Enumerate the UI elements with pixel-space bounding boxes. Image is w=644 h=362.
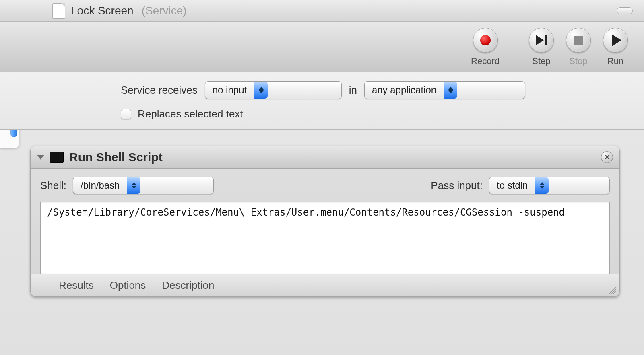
workflow-canvas: Run Shell Script ✕ Shell: /bin/bash Pass… bbox=[0, 130, 644, 355]
shell-value: /bin/bash bbox=[73, 180, 127, 191]
action-title: Run Shell Script bbox=[69, 150, 163, 164]
script-textarea[interactable]: /System/Library/CoreServices/Menu\ Extra… bbox=[40, 202, 610, 274]
application-value: any application bbox=[365, 84, 444, 96]
chevron-updown-icon bbox=[254, 82, 268, 99]
action-body: Shell: /bin/bash Pass input: to stdin /S… bbox=[31, 169, 619, 274]
record-icon bbox=[480, 35, 491, 45]
play-icon bbox=[612, 34, 621, 46]
pass-input-select[interactable]: to stdin bbox=[489, 177, 610, 194]
service-receives-label: Service receives bbox=[121, 84, 198, 97]
record-label: Record bbox=[471, 56, 500, 66]
chevron-updown-icon bbox=[444, 82, 457, 99]
document-kind: (Service) bbox=[142, 4, 187, 17]
step-icon bbox=[536, 35, 547, 45]
chevron-updown-icon bbox=[127, 177, 140, 194]
in-label: in bbox=[349, 84, 357, 97]
tab-options[interactable]: Options bbox=[110, 279, 146, 292]
document-icon bbox=[52, 3, 65, 19]
replaces-selected-checkbox[interactable] bbox=[121, 109, 131, 119]
record-button[interactable]: Record bbox=[471, 28, 500, 66]
input-type-value: no input bbox=[205, 84, 254, 96]
run-shell-script-action: Run Shell Script ✕ Shell: /bin/bash Pass… bbox=[30, 146, 620, 297]
service-config-bar: Service receives no input in any applica… bbox=[0, 72, 644, 130]
disclosure-triangle-icon[interactable] bbox=[37, 155, 44, 160]
shell-label: Shell: bbox=[40, 179, 66, 192]
application-select[interactable]: any application bbox=[364, 81, 525, 99]
close-icon: ✕ bbox=[604, 153, 610, 162]
resize-grip-icon[interactable] bbox=[607, 284, 616, 294]
run-button[interactable]: Run bbox=[603, 28, 628, 66]
tab-description[interactable]: Description bbox=[162, 279, 214, 292]
toolbar: Record Step Stop Run bbox=[0, 22, 644, 72]
run-label: Run bbox=[607, 56, 623, 66]
pass-input-label: Pass input: bbox=[431, 179, 483, 192]
pass-input-value: to stdin bbox=[489, 180, 535, 191]
stop-label: Stop bbox=[569, 56, 587, 66]
document-title: Lock Screen bbox=[71, 4, 134, 17]
shell-select[interactable]: /bin/bash bbox=[73, 177, 214, 194]
window-titlebar: Lock Screen (Service) bbox=[0, 0, 644, 22]
action-footer: Results Options Description bbox=[31, 274, 619, 296]
tab-results[interactable]: Results bbox=[59, 279, 94, 292]
toolbar-separator bbox=[514, 31, 514, 63]
input-type-select[interactable]: no input bbox=[205, 81, 342, 99]
step-label: Step bbox=[532, 56, 550, 66]
remove-action-button[interactable]: ✕ bbox=[601, 151, 613, 163]
terminal-icon bbox=[50, 152, 64, 163]
toolbar-pill-button[interactable] bbox=[617, 7, 633, 14]
step-button[interactable]: Step bbox=[529, 28, 554, 66]
replaces-selected-label: Replaces selected text bbox=[138, 108, 243, 120]
stop-button[interactable]: Stop bbox=[566, 28, 591, 66]
action-header[interactable]: Run Shell Script ✕ bbox=[31, 146, 619, 169]
stop-icon bbox=[574, 36, 583, 45]
chevron-updown-icon bbox=[535, 177, 549, 194]
